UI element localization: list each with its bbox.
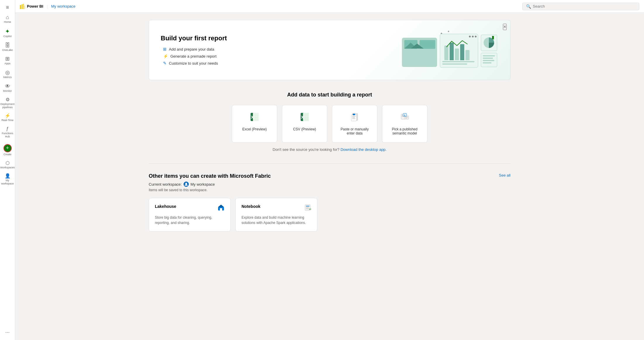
app-logo: Power BI bbox=[20, 4, 43, 9]
sidebar-item-label: Monitor bbox=[3, 89, 12, 93]
workspace-badge bbox=[184, 182, 189, 187]
svg-rect-51 bbox=[352, 117, 355, 118]
sidebar-item-apps[interactable]: ⊞ Apps bbox=[0, 54, 15, 68]
see-all-link[interactable]: See all bbox=[499, 173, 511, 177]
svg-rect-59 bbox=[405, 118, 407, 118]
home-icon: ⌂ bbox=[6, 15, 9, 20]
onelake-icon: 🗄 bbox=[5, 43, 10, 48]
other-title: Other items you can create with Microsof… bbox=[149, 173, 271, 179]
powerbi-logo-icon bbox=[20, 4, 25, 9]
svg-rect-25 bbox=[483, 58, 493, 59]
lakehouse-icon bbox=[217, 204, 225, 213]
svg-point-14 bbox=[475, 36, 477, 37]
search-box[interactable]: 🔍 bbox=[522, 3, 639, 10]
svg-rect-70 bbox=[306, 209, 308, 209]
hero-bullet-3: ✎ Customize to suit your needs bbox=[161, 61, 227, 65]
functions-icon: ƒ bbox=[6, 127, 9, 131]
sidebar-item-menu[interactable]: ≡ bbox=[0, 2, 15, 12]
svg-rect-0 bbox=[20, 5, 21, 9]
copilot-icon: ✦ bbox=[5, 28, 10, 34]
sidebar-item-monitor[interactable]: 👁 Monitor bbox=[0, 81, 15, 95]
hero-close-button[interactable]: × bbox=[503, 24, 507, 30]
svg-rect-24 bbox=[483, 55, 495, 56]
svg-point-62 bbox=[185, 183, 187, 184]
create-icon: + bbox=[4, 144, 12, 152]
sidebar: ≡ ⌂ Home ✦ Copilot 🗄 OneLake ⊞ Apps ◎ Me… bbox=[0, 0, 15, 340]
sidebar-item-workspaces[interactable]: ⬡ Workspaces bbox=[0, 158, 15, 172]
source-hint: Don't see the source you're looking for?… bbox=[149, 147, 511, 152]
topbar: Power BI | My workspace 🔍 bbox=[15, 0, 644, 13]
sidebar-item-copilot[interactable]: ✦ Copilot bbox=[0, 26, 15, 40]
sidebar-item-home[interactable]: ⌂ Home bbox=[0, 12, 15, 26]
svg-marker-64 bbox=[218, 205, 224, 207]
workspace-link[interactable]: My workspace bbox=[51, 4, 76, 8]
metrics-icon: ◎ bbox=[5, 70, 10, 75]
svg-rect-52 bbox=[352, 118, 355, 119]
apps-icon: ⊞ bbox=[5, 56, 10, 61]
svg-text:X: X bbox=[301, 115, 304, 120]
sidebar-item-label: Home bbox=[4, 20, 11, 24]
svg-rect-2 bbox=[23, 4, 24, 9]
sidebar-item-functions[interactable]: ƒ FunctionsHub bbox=[0, 124, 15, 141]
hero-bullets: ⊞ Add and prepare your data ⚡ Generate a… bbox=[161, 47, 227, 65]
monitor-icon: 👁 bbox=[5, 84, 10, 89]
svg-rect-30 bbox=[442, 63, 467, 65]
hero-title: Build your first report bbox=[161, 34, 227, 42]
sidebar-item-label: Real-Time bbox=[1, 119, 13, 122]
app-name: Power BI bbox=[27, 4, 43, 8]
sidebar-item-metrics[interactable]: ◎ Metrics bbox=[0, 68, 15, 81]
svg-point-13 bbox=[472, 36, 474, 37]
csv-icon: X bbox=[300, 112, 309, 124]
data-card-paste[interactable]: Paste or manually enter data bbox=[332, 105, 377, 143]
sidebar-item-realtime[interactable]: ⚡ Real-Time bbox=[0, 111, 15, 124]
search-icon: 🔍 bbox=[526, 4, 531, 9]
svg-text:X: X bbox=[251, 115, 254, 120]
myworkspace-icon: 👤 bbox=[5, 174, 11, 178]
lakehouse-desc: Store big data for cleaning, querying, r… bbox=[155, 215, 225, 225]
sidebar-item-myworkspace[interactable]: 👤 Myworkspace bbox=[0, 171, 15, 188]
notebook-icon: </> bbox=[304, 204, 311, 213]
hero-text: Build your first report ⊞ Add and prepar… bbox=[161, 34, 227, 65]
notebook-desc: Explore data and build machine learning … bbox=[242, 215, 311, 225]
sidebar-item-label: Deploymentpipelines bbox=[0, 103, 14, 109]
data-card-semantic[interactable]: S Pick a published semantic model bbox=[382, 105, 427, 143]
svg-rect-27 bbox=[483, 62, 491, 63]
sidebar-item-deployment[interactable]: ⚙ Deploymentpipelines bbox=[0, 95, 15, 111]
sidebar-item-label: OneLake bbox=[2, 49, 13, 52]
semantic-icon: S bbox=[400, 112, 410, 124]
svg-rect-33 bbox=[253, 113, 259, 121]
sidebar-more-button[interactable]: ··· bbox=[3, 327, 12, 338]
sidebar-item-create[interactable]: + Create bbox=[0, 142, 15, 158]
page-content: Build your first report ⊞ Add and prepar… bbox=[139, 13, 520, 239]
spark-icon: ⚡ bbox=[163, 54, 168, 58]
main-content: Power BI | My workspace 🔍 Build your fir… bbox=[15, 0, 644, 340]
fabric-card-notebook[interactable]: Notebook </> Explore d bbox=[235, 198, 317, 232]
sidebar-item-label: Create bbox=[4, 153, 11, 156]
fabric-cards: Lakehouse Store big data for cleaning, q… bbox=[149, 198, 511, 232]
svg-rect-1 bbox=[21, 4, 23, 9]
svg-rect-29 bbox=[442, 61, 475, 62]
search-input[interactable] bbox=[533, 4, 636, 8]
svg-text:</>: </> bbox=[309, 208, 311, 210]
svg-rect-26 bbox=[483, 60, 494, 61]
sidebar-item-onelake[interactable]: 🗄 OneLake bbox=[0, 40, 15, 54]
other-header: Other items you can create with Microsof… bbox=[149, 173, 511, 179]
notebook-title: Notebook bbox=[242, 204, 261, 209]
svg-point-12 bbox=[469, 36, 471, 37]
svg-rect-68 bbox=[306, 207, 309, 208]
sidebar-item-label: Copilot bbox=[3, 35, 11, 38]
workspace-info: Current workspace: My workspace bbox=[149, 182, 511, 187]
workspace-name: My workspace bbox=[191, 182, 215, 187]
data-card-excel[interactable]: X Excel (Preview) bbox=[232, 105, 277, 143]
svg-rect-50 bbox=[352, 116, 356, 117]
sidebar-item-label: Apps bbox=[4, 62, 11, 65]
svg-rect-3 bbox=[24, 6, 25, 9]
data-source-cards: X Excel (Preview) X bbox=[149, 105, 511, 143]
sidebar-item-label: FunctionsHub bbox=[2, 132, 13, 138]
svg-text:✦: ✦ bbox=[447, 30, 450, 33]
hero-card: Build your first report ⊞ Add and prepar… bbox=[149, 20, 511, 80]
data-card-csv[interactable]: X CSV (Preview) bbox=[282, 105, 327, 143]
desktop-app-link[interactable]: Download the desktop app bbox=[340, 147, 386, 152]
workspace-note: Items will be saved to this workspace. bbox=[149, 188, 511, 192]
fabric-card-lakehouse[interactable]: Lakehouse Store big data for cleaning, q… bbox=[149, 198, 231, 232]
